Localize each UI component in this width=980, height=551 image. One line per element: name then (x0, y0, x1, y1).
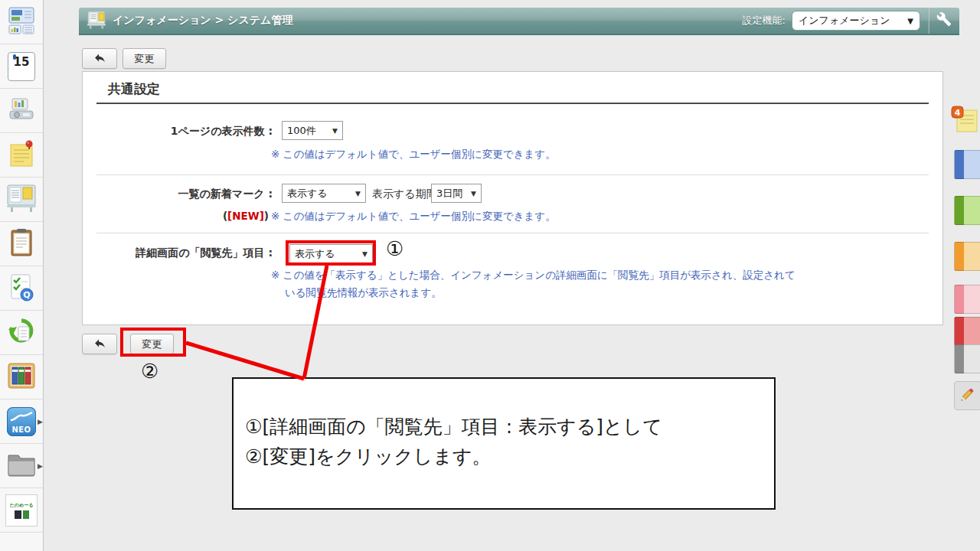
expand-arrow-icon[interactable]: ▶ (38, 418, 43, 425)
row3-note-line2: いる閲覧先情報が表示されます。 (285, 286, 442, 300)
panel-heading: 共通設定 (108, 80, 160, 98)
back-arrow-icon (93, 51, 106, 67)
header-bar: インフォメーション > システム管理 設定機能: インフォメーション ▼ (79, 8, 959, 35)
todo-badge: 4 (955, 108, 961, 118)
tanomeru-logo (15, 510, 29, 519)
sidebar-item-information[interactable] (0, 178, 43, 222)
sidebar-item-cabinet[interactable] (0, 355, 43, 399)
neo-icon: NEO (7, 407, 36, 436)
wrench-icon[interactable] (936, 11, 952, 30)
tanomeru-icon: たのめーる (5, 494, 38, 527)
common-settings-panel: 共通設定 1ページの表示件数 : 100件 ▼ ※ この値はデフォルト値で、ユー… (82, 71, 943, 325)
row-separator (96, 174, 929, 175)
sidebar-item-banner[interactable] (0, 533, 43, 551)
row-separator (96, 233, 929, 233)
settings-function-label: 設定機能: (743, 14, 786, 28)
page-count-select[interactable]: 100件 ▼ (282, 121, 343, 140)
period-select[interactable]: 3日間 ▼ (431, 184, 482, 203)
sidebar-item-neo[interactable]: NEO ▶ (0, 399, 43, 444)
edit-shortcut[interactable] (954, 381, 980, 410)
change-button-top[interactable]: 変更 (122, 48, 166, 69)
cabinet-icon (6, 360, 37, 394)
step-marker-1: ① (386, 239, 403, 259)
row1-label: 1ページの表示件数 : (83, 125, 273, 139)
row3-label: 詳細画面の「閲覧先」項目 : (83, 246, 273, 260)
shortcut-tab-pink[interactable] (954, 285, 980, 314)
clipboard-icon (8, 227, 35, 261)
page-title: インフォメーション > システム管理 (113, 14, 292, 28)
todo-note-icon: 4 (951, 125, 980, 139)
shortcut-tab-orange[interactable] (954, 242, 980, 271)
workflow-icon (6, 316, 37, 350)
left-sidebar: 15 (0, 0, 44, 551)
expand-arrow-icon[interactable]: ▶ (38, 462, 43, 470)
memo-icon (7, 139, 36, 172)
shortcut-tab-red[interactable] (954, 317, 980, 346)
chevron-down-icon: ▼ (471, 190, 476, 197)
chevron-down-icon: ▼ (332, 127, 338, 135)
sidebar-item-circular[interactable]: Q (0, 266, 43, 311)
period-value: 3日間 (436, 187, 462, 201)
back-button-top[interactable] (82, 48, 117, 69)
new-badge: [NEW] (227, 210, 264, 222)
sidebar-item-folder[interactable]: ▶ (0, 444, 43, 488)
back-button-bottom[interactable] (82, 334, 117, 354)
highlight-box-select (286, 240, 376, 266)
annotation-line1: ①[詳細画面の「閲覧先」項目 : 表示する]として (245, 412, 774, 442)
back-arrow-icon (93, 337, 106, 352)
infoboard-icon (5, 183, 38, 217)
sidebar-item-survey[interactable] (0, 222, 43, 266)
shortcut-tab-green[interactable] (954, 196, 980, 225)
settings-function-value: インフォメーション (799, 14, 890, 28)
new-mark-select[interactable]: 表示する ▼ (282, 184, 366, 203)
todo-shortcut[interactable]: 4 (951, 106, 980, 139)
chevron-down-icon: ▼ (355, 190, 361, 197)
change-button-label: 変更 (135, 52, 155, 66)
screen: 15 (0, 0, 980, 551)
page-count-value: 100件 (287, 124, 316, 138)
sidebar-item-workflow[interactable] (0, 311, 43, 355)
calendar-icon: 15 (8, 52, 35, 81)
chevron-down-icon: ▼ (907, 17, 913, 25)
row2-label: 一覧の新着マーク : (83, 187, 273, 201)
bulletin-board-icon (87, 9, 106, 32)
period-label: 表示する期間 (372, 187, 437, 201)
step-marker-2: ② (141, 361, 158, 381)
row1-note: ※ この値はデフォルト値で、ユーザー個別に変更できます。 (271, 148, 556, 161)
circular-report-icon: Q (7, 272, 36, 305)
sidebar-item-schedule[interactable]: 15 (0, 44, 43, 89)
sidebar-item-portal[interactable] (0, 0, 43, 44)
new-mark-value: 表示する (287, 187, 328, 201)
row2-note: ※ この値はデフォルト値で、ユーザー個別に変更できます。 (271, 210, 556, 223)
highlight-box-change (120, 328, 186, 357)
sidebar-item-facility[interactable] (0, 89, 43, 133)
annotation-line2: ②[変更]をクリックします。 (245, 442, 774, 471)
neo-label: NEO (11, 425, 31, 434)
facility-icon (6, 94, 37, 128)
annotation-box: ①[詳細画面の「閲覧先」項目 : 表示する]として ②[変更]をクリックします。 (232, 377, 776, 510)
header-divider (928, 8, 929, 34)
portal-icon (6, 5, 37, 39)
row3-note-line1: ※ この値を「表示する」とした場合、インフォメーションの詳細画面に「閲覧先」項目… (271, 269, 795, 282)
tanomeru-label: たのめーる (10, 502, 34, 509)
heading-rule (96, 103, 929, 104)
sidebar-item-tanomeru[interactable]: たのめーる (0, 488, 43, 533)
shortcut-tab-blue[interactable] (954, 150, 980, 179)
shortcut-tab-gray[interactable] (954, 344, 980, 373)
sidebar-item-memo[interactable] (0, 133, 43, 178)
folder-icon (6, 452, 37, 481)
new-mark-sample: ([NEW]) (83, 210, 269, 222)
svg-text:Q: Q (23, 290, 30, 300)
pencil-icon (958, 384, 978, 407)
settings-function-select[interactable]: インフォメーション ▼ (792, 11, 920, 31)
